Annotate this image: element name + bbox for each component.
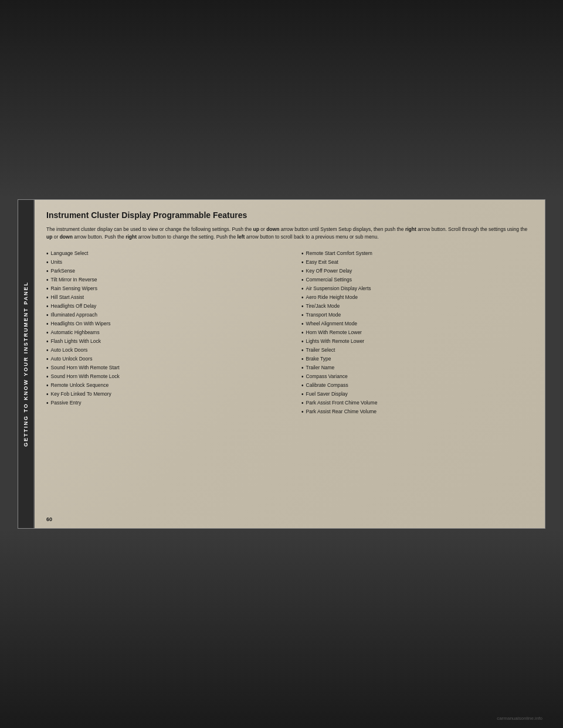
bullet: • xyxy=(301,355,304,363)
bullet: • xyxy=(301,311,304,319)
list-item: •Trailer Select xyxy=(301,346,533,355)
features-columns: •Language Select•Units•ParkSense•Tilt Mi… xyxy=(46,249,533,416)
content-area: GETTING TO KNOW YOUR INSTRUMENT PANEL In… xyxy=(18,199,545,529)
list-item: •Aero Ride Height Mode xyxy=(301,293,533,302)
feature-label: Brake Type xyxy=(306,355,331,363)
feature-label: Park Assist Rear Chime Volume xyxy=(306,407,377,416)
right-column: •Remote Start Comfort System•Easy Exit S… xyxy=(290,249,533,416)
list-item: •Illuminated Approach xyxy=(46,311,278,319)
list-item: •Park Assist Front Chime Volume xyxy=(301,399,533,407)
feature-label: Key Off Power Delay xyxy=(306,267,352,275)
list-item: •Hill Start Assist xyxy=(46,293,278,302)
feature-label: Transport Mode xyxy=(306,311,341,319)
bullet: • xyxy=(46,372,49,381)
feature-label: Easy Exit Seat xyxy=(306,258,338,266)
list-item: •Sound Horn With Remote Lock xyxy=(46,372,278,381)
feature-label: Hill Start Assist xyxy=(51,293,84,301)
list-item: •Units xyxy=(46,258,278,267)
list-item: •Key Off Power Delay xyxy=(301,267,533,275)
feature-label: Wheel Alignment Mode xyxy=(306,319,357,328)
feature-label: Automatic Highbeams xyxy=(51,328,100,336)
bullet: • xyxy=(301,284,304,293)
bullet: • xyxy=(46,293,49,302)
feature-label: Auto Unlock Doors xyxy=(51,355,93,363)
list-item: •Sound Horn With Remote Start xyxy=(46,363,278,372)
feature-label: Sound Horn With Remote Start xyxy=(51,363,120,372)
feature-label: Units xyxy=(51,258,62,266)
bullet: • xyxy=(46,319,49,328)
feature-label: Lights With Remote Lower xyxy=(306,337,365,345)
bullet: • xyxy=(301,319,304,328)
bullet: • xyxy=(46,275,49,284)
watermark: carmanualsonline.info xyxy=(497,716,542,721)
list-item: •Easy Exit Seat xyxy=(301,258,533,267)
feature-label: Fuel Saver Display xyxy=(306,390,348,398)
feature-label: Remote Unlock Sequence xyxy=(51,381,109,389)
bullet: • xyxy=(46,302,49,311)
sidebar-text: GETTING TO KNOW YOUR INSTRUMENT PANEL xyxy=(23,281,29,447)
bullet: • xyxy=(301,275,304,284)
feature-label: Tire/Jack Mode xyxy=(306,302,340,310)
list-item: •Brake Type xyxy=(301,355,533,363)
list-item: •Trailer Name xyxy=(301,363,533,372)
list-item: •Tire/Jack Mode xyxy=(301,302,533,311)
list-item: •Lights With Remote Lower xyxy=(301,337,533,346)
list-item: •Horn With Remote Lower xyxy=(301,328,533,337)
bullet: • xyxy=(301,267,304,275)
feature-label: Tilt Mirror In Reverse xyxy=(51,275,97,284)
list-item: •Headlights Off Delay xyxy=(46,302,278,311)
list-item: •Rain Sensing Wipers xyxy=(46,284,278,293)
bullet: • xyxy=(301,346,304,355)
bullet: • xyxy=(301,302,304,311)
feature-label: Key Fob Linked To Memory xyxy=(51,390,111,398)
intro-paragraph: The instrument cluster display can be us… xyxy=(46,226,533,241)
bullet: • xyxy=(301,381,304,390)
feature-label: Air Suspension Display Alerts xyxy=(306,284,371,292)
list-item: •Auto Lock Doors xyxy=(46,346,278,355)
bullet: • xyxy=(46,381,49,390)
bullet: • xyxy=(301,258,304,267)
bullet: • xyxy=(301,328,304,337)
page-title: Instrument Cluster Display Programmable … xyxy=(46,210,533,220)
list-item: •Air Suspension Display Alerts xyxy=(301,284,533,293)
list-item: •Commercial Settings xyxy=(301,275,533,284)
feature-label: Illuminated Approach xyxy=(51,311,97,319)
bullet: • xyxy=(301,337,304,346)
feature-label: ParkSense xyxy=(51,267,76,275)
feature-label: Trailer Name xyxy=(306,363,335,372)
bullet: • xyxy=(301,399,304,407)
list-item: •Auto Unlock Doors xyxy=(46,355,278,363)
page-number: 60 xyxy=(46,516,52,522)
feature-label: Commercial Settings xyxy=(306,275,352,284)
list-item: •ParkSense xyxy=(46,267,278,275)
bullet: • xyxy=(46,249,49,258)
list-item: •Flash Lights With Lock xyxy=(46,337,278,346)
bullet: • xyxy=(301,407,304,416)
left-column: •Language Select•Units•ParkSense•Tilt Mi… xyxy=(46,249,290,416)
bullet: • xyxy=(46,311,49,319)
list-item: •Automatic Highbeams xyxy=(46,328,278,337)
list-item: •Passive Entry xyxy=(46,399,278,407)
bullet: • xyxy=(301,390,304,399)
list-item: •Transport Mode xyxy=(301,311,533,319)
list-item: •Headlights On With Wipers xyxy=(46,319,278,328)
main-content: Instrument Cluster Display Programmable … xyxy=(35,200,545,425)
sidebar-label: GETTING TO KNOW YOUR INSTRUMENT PANEL xyxy=(18,200,35,528)
list-item: •Tilt Mirror In Reverse xyxy=(46,275,278,284)
list-item: •Key Fob Linked To Memory xyxy=(46,390,278,399)
feature-label: Sound Horn With Remote Lock xyxy=(51,372,120,380)
feature-label: Auto Lock Doors xyxy=(51,346,88,354)
bullet: • xyxy=(301,372,304,381)
list-item: •Language Select xyxy=(46,249,278,258)
list-item: •Park Assist Rear Chime Volume xyxy=(301,407,533,416)
feature-label: Flash Lights With Lock xyxy=(51,337,101,345)
bullet: • xyxy=(46,337,49,346)
feature-label: Passive Entry xyxy=(51,399,82,407)
feature-label: Horn With Remote Lower xyxy=(306,328,362,336)
bullet: • xyxy=(46,390,49,399)
bottom-dark-area xyxy=(0,530,563,728)
bullet: • xyxy=(46,355,49,363)
feature-label: Language Select xyxy=(51,249,89,257)
bullet: • xyxy=(301,249,304,258)
bullet: • xyxy=(46,328,49,337)
